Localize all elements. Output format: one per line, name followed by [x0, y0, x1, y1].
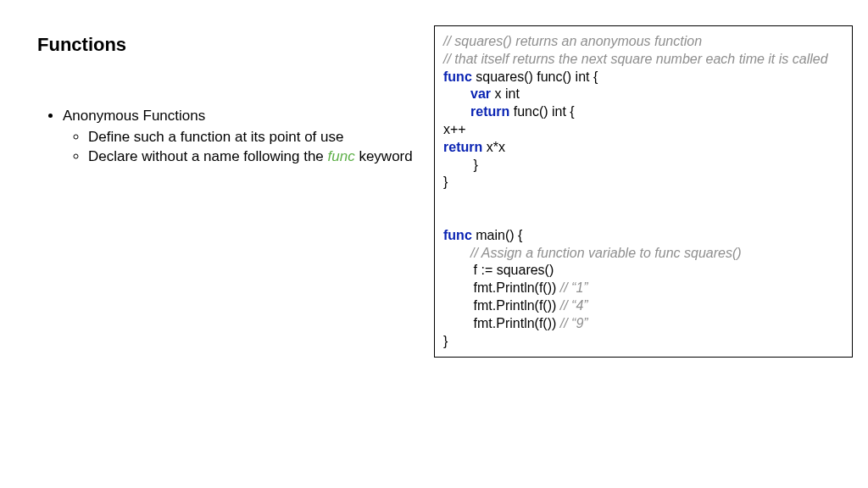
code-box: // squares() returns an anonymous functi…	[434, 25, 853, 358]
code-text: fmt.Println(f())	[443, 280, 560, 295]
code-comment: // squares() returns an anonymous functi…	[443, 34, 702, 48]
code-text: }	[443, 334, 448, 348]
bullet-text: Anonymous Functions	[63, 108, 205, 124]
code-comment: // “1”	[560, 280, 588, 295]
sub-bullet-text: keyword	[355, 148, 413, 164]
code-comment: // “9”	[560, 316, 588, 330]
left-column: Functions Anonymous Functions Define suc…	[0, 0, 434, 488]
sub-bullet-item: Define such a function at its point of u…	[88, 128, 417, 147]
code-text: x int	[491, 86, 520, 101]
code-text: squares() func() int {	[472, 69, 598, 84]
code-keyword: func	[443, 69, 472, 84]
code-text: fmt.Println(f())	[443, 316, 560, 330]
code-text: func() int {	[509, 104, 574, 119]
slide: Functions Anonymous Functions Define suc…	[0, 0, 868, 488]
bullet-item: Anonymous Functions Define such a functi…	[63, 107, 417, 167]
code-text: f := squares()	[443, 263, 554, 277]
code-text: main() {	[472, 228, 523, 242]
code-comment: // Assign a function variable to func sq…	[470, 246, 742, 260]
code-comment: // that itself returns the next square n…	[443, 52, 828, 66]
code-keyword: return	[470, 104, 509, 119]
code-text: x++	[443, 122, 466, 136]
code-text: }	[443, 175, 448, 189]
code-text: fmt.Println(f())	[443, 298, 560, 313]
code-text: }	[443, 158, 478, 172]
sub-bullet-item: Declare without a name following the fun…	[88, 147, 417, 167]
code-comment: // “4”	[560, 298, 588, 313]
func-keyword: func	[328, 148, 355, 164]
bullet-list: Anonymous Functions Define such a functi…	[37, 107, 417, 167]
code-keyword: return	[443, 140, 482, 154]
code-text: x*x	[482, 140, 505, 154]
sub-bullet-list: Define such a function at its point of u…	[63, 128, 417, 167]
right-column: // squares() returns an anonymous functi…	[434, 0, 868, 488]
code-keyword: func	[443, 228, 472, 242]
code-keyword: var	[470, 86, 491, 101]
sub-bullet-text: Declare without a name following the	[88, 148, 328, 164]
slide-title: Functions	[37, 34, 417, 56]
